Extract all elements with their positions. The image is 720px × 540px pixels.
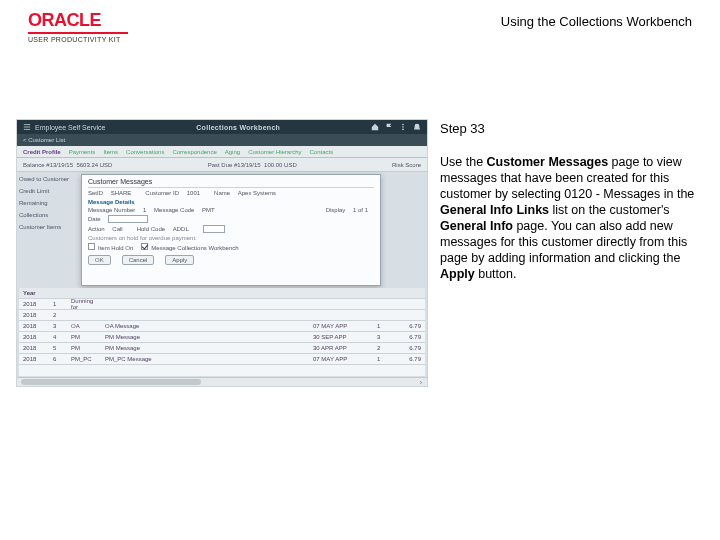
item-hold-checkbox — [88, 243, 95, 250]
coll-label: Collections — [19, 212, 79, 218]
table-row: 20181Dunning for — [19, 299, 425, 310]
table-row: 20182 — [19, 310, 425, 321]
tab-hierarchy: Customer Hierarchy — [248, 149, 301, 155]
msgcode-value: PMT — [202, 207, 215, 213]
risk-label: Risk Score — [392, 162, 421, 168]
tab-payments: Payments — [69, 149, 96, 155]
brand-block: ORACLE USER PRODUCTIVITY KIT — [28, 10, 128, 43]
tab-credit: Credit Profile — [23, 149, 61, 155]
desc-bold: Apply — [440, 267, 475, 281]
flag-icon — [385, 123, 393, 131]
content-area: Employee Self Service Collections Workbe… — [0, 49, 720, 387]
custid-value: 1001 — [187, 190, 200, 196]
balance-value: 5603.24 USD — [76, 162, 112, 168]
pastdue-label: Past Due #13/19/15 — [208, 162, 261, 168]
svg-point-1 — [402, 126, 404, 128]
setid-value: SHARE — [111, 190, 132, 196]
cust-label: Customer Items — [19, 224, 79, 230]
date-input — [108, 215, 148, 223]
summary-band: Balance #13/19/15 5603.24 USD Past Due #… — [17, 158, 427, 172]
balance-label: Balance #13/19/15 — [23, 162, 73, 168]
desc-text: Use the — [440, 155, 487, 169]
app-topbar: Employee Self Service Collections Workbe… — [17, 120, 427, 134]
items-table: Year 20181Dunning for 20182 20183OAOA Me… — [19, 288, 425, 376]
page-header: ORACLE USER PRODUCTIVITY KIT Using the C… — [0, 0, 720, 49]
chk1-label: Item Hold On — [98, 245, 133, 251]
chk2-label: Message Collections Workbench — [151, 245, 238, 251]
action-value: Call — [112, 226, 122, 232]
desc-text: list on the customer's — [549, 203, 670, 217]
credit-label: Credit Limit — [19, 188, 79, 194]
msgcode-label: Message Code — [154, 207, 194, 213]
action-label: Action — [88, 226, 105, 232]
breadcrumb: < Customer List — [17, 134, 427, 146]
pastdue-value: 100.00 USD — [264, 162, 297, 168]
tab-strip: Credit Profile Payments Items Conversati… — [17, 146, 427, 158]
table-row: 20184PMPM Message30 SEP APP36.79 — [19, 332, 425, 343]
custname-label: Name — [214, 190, 230, 196]
step-label: Step 33 — [440, 121, 700, 136]
dots-icon — [399, 123, 407, 131]
table-row: 20186PM_PCPM_PC Message07 MAY APP16.79 — [19, 354, 425, 365]
tab-items: Items — [103, 149, 118, 155]
custname-value: Apex Systems — [238, 190, 276, 196]
hold-hint: Customers on hold for overdue payment. — [88, 235, 197, 241]
message-details-heading: Message Details — [88, 199, 374, 205]
ok-button: OK — [88, 255, 111, 265]
oracle-bar — [28, 32, 128, 34]
msgno-label: Message Number — [88, 207, 135, 213]
tab-conversations: Conversations — [126, 149, 164, 155]
app-screenshot: Employee Self Service Collections Workbe… — [16, 119, 428, 387]
svg-point-2 — [402, 129, 404, 131]
customer-messages-modal: Customer Messages SetID SHARE Customer I… — [81, 174, 381, 286]
desc-bold: General Info — [440, 219, 513, 233]
home-icon — [371, 123, 379, 131]
tab-aging: Aging — [225, 149, 240, 155]
desc-text: button. — [475, 267, 517, 281]
svg-point-0 — [402, 124, 404, 126]
tab-contacts: Contacts — [310, 149, 334, 155]
topbar-left-label: Employee Self Service — [35, 124, 105, 131]
date-label: Date — [88, 216, 101, 222]
instruction-column: Step 33 Use the Customer Messages page t… — [440, 119, 700, 387]
col-year: Year — [23, 290, 49, 296]
hold-label: Hold Code — [137, 226, 165, 232]
extra-input — [203, 225, 225, 233]
topbar-title: Collections Workbench — [196, 124, 280, 131]
custid-label: Customer ID — [145, 190, 179, 196]
document-title: Using the Collections Workbench — [501, 10, 692, 29]
menu-icon — [23, 123, 31, 131]
hold-value: ADDL — [173, 226, 189, 232]
msgno-value: 1 — [143, 207, 146, 213]
display-label: Display — [326, 207, 346, 213]
modal-title: Customer Messages — [88, 178, 374, 188]
product-line: USER PRODUCTIVITY KIT — [28, 36, 128, 43]
table-row: 20185PMPM Message30 APR APP26.79 — [19, 343, 425, 354]
desc-bold: General Info Links — [440, 203, 549, 217]
setid-label: SetID — [88, 190, 103, 196]
horizontal-scrollbar: ‹ › — [17, 377, 427, 386]
owed-label: Owed to Customer — [19, 176, 79, 182]
desc-bold: Customer Messages — [487, 155, 609, 169]
step-description: Use the Customer Messages page to view m… — [440, 154, 700, 282]
apply-button: Apply — [165, 255, 194, 265]
workbench-checkbox — [141, 243, 148, 250]
scroll-right-icon: › — [415, 378, 427, 387]
scroll-thumb — [21, 379, 201, 385]
table-row: 20183OAOA Message07 MAY APP16.79 — [19, 321, 425, 332]
display-value: 1 of 1 — [353, 207, 368, 213]
cancel-button: Cancel — [122, 255, 155, 265]
tab-correspondence: Correspondence — [172, 149, 216, 155]
left-summary: Owed to Customer Credit Limit Remaining … — [19, 176, 79, 236]
bell-icon — [413, 123, 421, 131]
oracle-logo: ORACLE — [28, 10, 128, 31]
remain-label: Remaining — [19, 200, 79, 206]
